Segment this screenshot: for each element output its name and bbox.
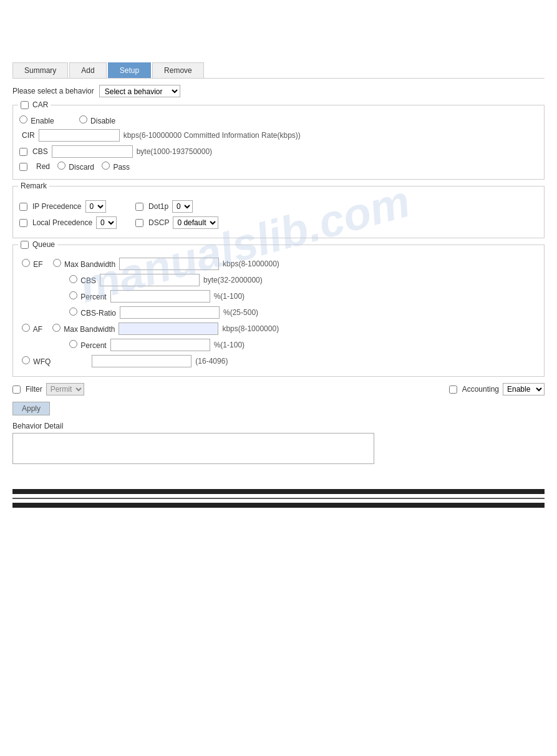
filter-right: Accounting Enable Disable <box>449 383 545 395</box>
queue-section-title: Queue <box>18 240 57 249</box>
dot1p-row: Dot1p 0123 <box>135 200 218 213</box>
cbs-hint: byte(1000-193750000) <box>137 147 212 156</box>
queue-checkbox[interactable] <box>21 241 29 249</box>
cir-label: CIR <box>22 131 35 140</box>
af-max-bw-input[interactable] <box>119 322 218 335</box>
behavior-detail-section: Behavior Detail <box>12 422 545 464</box>
apply-button[interactable]: Apply <box>12 402 50 415</box>
ip-precedence-checkbox[interactable] <box>19 203 27 211</box>
pass-radio[interactable] <box>102 162 110 170</box>
ef-radio[interactable] <box>22 259 30 267</box>
af-percent-radio-label[interactable]: Percent <box>69 340 107 350</box>
af-percent-input[interactable] <box>110 339 210 351</box>
wfq-input[interactable] <box>92 355 191 367</box>
ef-cbs-ratio-input[interactable] <box>120 306 220 319</box>
bottom-bar-thick2 <box>12 503 545 508</box>
filter-left: Filter Permit Deny <box>12 383 84 395</box>
wfq-radio[interactable] <box>22 356 30 364</box>
ef-max-bw-input[interactable] <box>119 258 219 270</box>
behavior-detail-box <box>12 433 374 464</box>
ef-cbs-ratio-radio[interactable] <box>69 308 77 316</box>
dot1p-select[interactable]: 0123 <box>172 200 193 213</box>
af-radio[interactable] <box>22 324 30 332</box>
car-section-title: CAR <box>18 100 51 109</box>
accounting-label: Accounting <box>462 385 499 394</box>
local-precedence-select[interactable]: 0123 <box>96 216 117 229</box>
car-enable-label[interactable]: Enable <box>19 115 54 125</box>
tab-add[interactable]: Add <box>69 62 106 78</box>
tabs: Summary Add Setup Remove <box>12 62 545 79</box>
wfq-radio-label[interactable]: WFQ <box>22 356 51 366</box>
af-radio-label[interactable]: AF <box>22 324 42 334</box>
behavior-selector[interactable]: Select a behavior <box>99 85 180 97</box>
ef-cbs-ratio-hint: %(25-500) <box>223 308 258 317</box>
tab-summary[interactable]: Summary <box>12 62 68 78</box>
ef-cbs-row: CBS byte(32-2000000) <box>19 274 538 286</box>
ef-cbs-input[interactable] <box>100 274 200 286</box>
wfq-row: WFQ (16-4096) <box>19 355 538 367</box>
ef-percent-input[interactable] <box>110 290 210 303</box>
ef-cbs-ratio-radio-label[interactable]: CBS-Ratio <box>69 308 116 317</box>
ef-max-bw-radio[interactable] <box>53 259 61 267</box>
dot1p-label: Dot1p <box>148 202 168 211</box>
ef-cbs-radio[interactable] <box>69 275 77 283</box>
car-section: CAR Enable Disable CIR kbps(6-10000000 C… <box>12 105 545 180</box>
ef-percent-hint: %(1-100) <box>214 292 245 301</box>
tab-remove[interactable]: Remove <box>152 62 204 78</box>
discard-label[interactable]: Discard <box>57 162 94 172</box>
car-checkbox[interactable] <box>21 101 29 109</box>
af-row: AF Max Bandwidth kbps(8-1000000) <box>19 322 538 335</box>
ef-cbs-ratio-row: CBS-Ratio %(25-500) <box>19 306 538 319</box>
dot1p-checkbox[interactable] <box>135 203 143 211</box>
pass-label[interactable]: Pass <box>102 162 130 172</box>
ef-radio-label[interactable]: EF <box>22 259 43 269</box>
cbs-input[interactable] <box>52 145 133 158</box>
local-precedence-label: Local Precedence <box>32 218 92 227</box>
af-percent-row: Percent %(1-100) <box>19 339 538 351</box>
filter-select[interactable]: Permit Deny <box>46 383 84 395</box>
red-checkbox[interactable] <box>19 163 27 171</box>
af-max-bw-radio-label[interactable]: Max Bandwidth <box>52 324 115 334</box>
discard-radio[interactable] <box>57 162 65 170</box>
car-enable-radio[interactable] <box>19 115 27 124</box>
car-enable-row: Enable Disable <box>19 115 538 125</box>
accounting-checkbox[interactable] <box>449 385 457 394</box>
car-disable-label[interactable]: Disable <box>79 115 115 125</box>
ef-percent-radio-label[interactable]: Percent <box>69 291 107 301</box>
remark-section: Remark IP Precedence 0123 Local Preceden… <box>12 186 545 238</box>
bottom-bar-thick <box>12 489 545 494</box>
cir-hint: kbps(6-10000000 Committed Information Ra… <box>124 131 301 140</box>
behavior-row: Please select a behavior Select a behavi… <box>12 85 545 97</box>
ef-cbs-radio-label[interactable]: CBS <box>69 275 96 285</box>
local-precedence-row: Local Precedence 0123 <box>19 216 117 229</box>
car-disable-radio[interactable] <box>79 115 87 124</box>
ef-percent-radio[interactable] <box>69 291 77 299</box>
ef-max-bw-radio-label[interactable]: Max Bandwidth <box>53 259 115 269</box>
cbs-checkbox[interactable] <box>19 148 27 156</box>
bottom-bar-thin <box>12 498 545 499</box>
local-precedence-checkbox[interactable] <box>19 219 27 227</box>
car-cbs-row: CBS byte(1000-193750000) <box>19 145 538 158</box>
remark-section-title: Remark <box>18 182 49 190</box>
car-red-row: Red Discard Pass <box>19 162 538 172</box>
cbs-label: CBS <box>32 147 48 156</box>
tab-setup[interactable]: Setup <box>108 62 151 78</box>
page-wrapper: manualslib.com Summary Add Setup Remove … <box>0 0 557 756</box>
af-percent-radio[interactable] <box>69 340 77 348</box>
af-max-bw-hint: kbps(8-1000000) <box>222 324 279 333</box>
ip-precedence-label: IP Precedence <box>32 202 82 211</box>
ip-precedence-select[interactable]: 0123 <box>85 200 106 213</box>
ip-precedence-row: IP Precedence 0123 <box>19 200 117 213</box>
accounting-select[interactable]: Enable Disable <box>503 383 545 395</box>
cir-input[interactable] <box>39 129 120 142</box>
red-label: Red <box>36 162 50 171</box>
ef-percent-row: Percent %(1-100) <box>19 290 538 303</box>
filter-checkbox[interactable] <box>12 385 21 394</box>
dscp-select[interactable]: 0 default12 <box>173 216 218 229</box>
dscp-label: DSCP <box>148 218 169 227</box>
af-max-bw-radio[interactable] <box>52 324 61 332</box>
dscp-checkbox[interactable] <box>135 219 143 227</box>
filter-accounting-row: Filter Permit Deny Accounting Enable Dis… <box>12 383 545 395</box>
filter-label: Filter <box>26 385 42 394</box>
queue-section: Queue EF Max Bandwidth kbps(8-1000000) <box>12 245 545 377</box>
